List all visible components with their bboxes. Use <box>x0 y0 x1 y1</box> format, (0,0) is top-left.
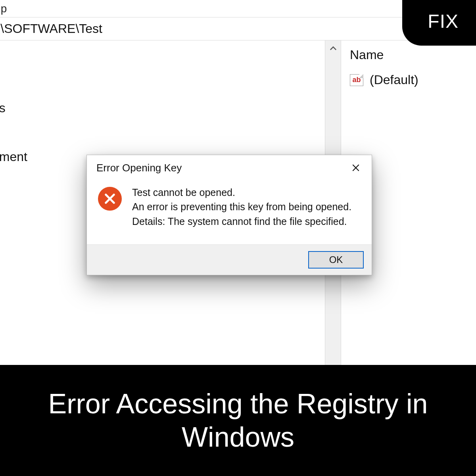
ok-button[interactable]: OK <box>308 251 364 269</box>
error-dialog: Error Opening Key Test cannot be opened.… <box>86 155 372 275</box>
menu-help[interactable]: elp <box>0 2 7 15</box>
dialog-title: Error Opening Key <box>96 162 182 174</box>
value-name: (Default) <box>370 73 418 87</box>
dialog-footer: OK <box>87 244 372 275</box>
dialog-line2: An error is preventing this key from bei… <box>132 200 351 214</box>
dialog-close-button[interactable] <box>347 161 365 175</box>
scroll-up-button[interactable] <box>325 40 341 56</box>
fix-badge: FIX <box>402 0 476 46</box>
address-path: E\SOFTWARE\Test <box>0 21 102 36</box>
dialog-titlebar[interactable]: Error Opening Key <box>87 155 372 179</box>
tree-item[interactable] <box>0 121 325 132</box>
column-header-name[interactable]: Name <box>350 48 476 62</box>
string-value-icon: ab <box>350 74 363 86</box>
dialog-message: Test cannot be opened. An error is preve… <box>132 185 351 228</box>
article-caption: Error Accessing the Registry in Windows <box>0 365 476 476</box>
dialog-line3: Details: The system cannot find the file… <box>132 214 351 228</box>
tree-item[interactable]: es <box>0 95 325 121</box>
close-icon <box>351 163 360 172</box>
tree-item[interactable] <box>0 56 325 67</box>
chevron-up-icon <box>330 45 337 52</box>
error-icon <box>98 187 122 211</box>
value-row-default[interactable]: ab (Default) <box>350 73 476 87</box>
dialog-line1: Test cannot be opened. <box>132 185 351 200</box>
